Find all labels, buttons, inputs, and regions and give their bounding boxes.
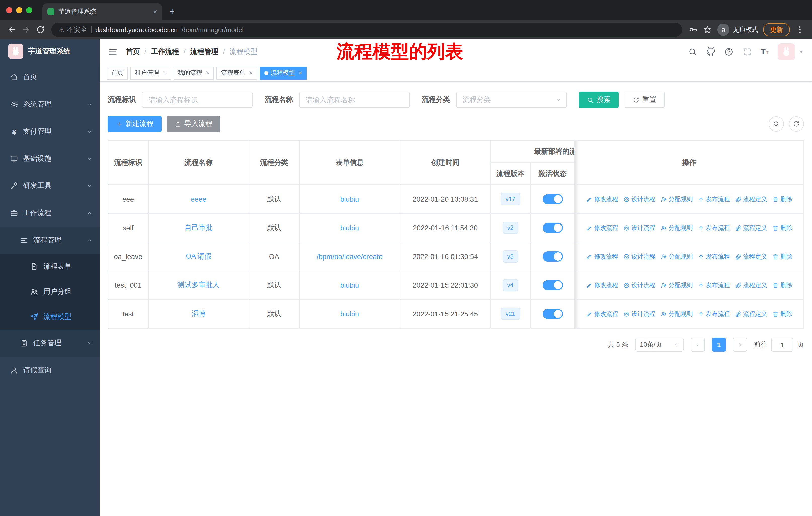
action-definition[interactable]: 流程定义 [735,281,767,290]
hamburger-icon[interactable] [108,47,118,57]
maximize-window-button[interactable] [26,7,32,13]
github-icon[interactable] [706,47,715,56]
breadcrumb-item[interactable]: 工作流程 [151,47,190,56]
action-modify[interactable]: 修改流程 [586,252,618,261]
sidebar-item-payment[interactable]: ¥ 支付管理 [0,118,100,145]
process-name-link[interactable]: 自己审批 [184,223,213,231]
toggle-search-button[interactable] [769,116,784,132]
goto-page-input[interactable] [771,337,793,352]
action-delete[interactable]: 删除 [772,281,792,290]
sidebar-item-leave-query[interactable]: 请假查询 [0,357,100,384]
action-design[interactable]: 设计流程 [623,281,656,290]
address-bar[interactable]: ⚠ 不安全 dashboard.yudao.iocoder.cn/bpm/man… [51,23,682,37]
action-definition[interactable]: 流程定义 [735,195,767,203]
action-publish[interactable]: 发布流程 [698,223,730,232]
bookmark-star-icon[interactable] [700,23,714,37]
import-process-button[interactable]: 导入流程 [167,116,221,132]
process-name-link[interactable]: eeee [191,195,206,203]
browser-tab[interactable]: 芋道管理系统 × [42,3,162,20]
process-name-link[interactable]: 滔博 [192,309,206,318]
sidebar-item-workflow[interactable]: 工作流程 [0,199,100,227]
action-assign-rule[interactable]: 分配规则 [661,310,693,318]
breadcrumb-item[interactable]: 流程管理 [190,47,230,56]
font-size-icon[interactable]: TT [761,48,769,56]
action-publish[interactable]: 发布流程 [698,195,730,203]
browser-menu-icon[interactable] [793,23,807,37]
incognito-chip[interactable]: 无痕模式 [717,24,758,36]
sidebar-item-devtools[interactable]: 研发工具 [0,172,100,199]
tag-home[interactable]: 首页 [107,66,128,79]
sidebar-item-user-group[interactable]: 用户分组 [0,279,100,304]
tag-my-process[interactable]: 我的流程 × [173,66,214,79]
process-name-link[interactable]: OA 请假 [186,252,212,260]
form-info-link[interactable]: /bpm/oa/leave/create [317,252,383,261]
process-category-select[interactable]: 流程分类 [456,92,567,108]
security-chip[interactable]: ⚠ 不安全 [58,25,87,34]
back-button[interactable] [5,23,19,37]
action-modify[interactable]: 修改流程 [586,195,618,203]
action-design[interactable]: 设计流程 [623,195,656,203]
action-assign-rule[interactable]: 分配规则 [661,281,693,290]
caret-down-icon[interactable] [799,49,804,54]
action-assign-rule[interactable]: 分配规则 [661,252,693,261]
page-size-select[interactable]: 10条/页 [635,337,684,352]
refresh-table-button[interactable] [789,116,804,132]
minimize-window-button[interactable] [16,7,22,13]
sidebar-item-process-model[interactable]: 流程模型 [0,304,100,330]
window-controls[interactable] [6,7,32,13]
process-id-input[interactable] [142,92,253,108]
status-toggle[interactable] [543,309,562,319]
close-icon[interactable]: × [206,70,209,76]
help-icon[interactable] [724,47,733,56]
action-modify[interactable]: 修改流程 [586,310,618,318]
action-assign-rule[interactable]: 分配规则 [661,195,693,203]
action-design[interactable]: 设计流程 [623,223,656,232]
close-icon[interactable]: × [163,70,166,76]
tab-close-icon[interactable]: × [153,8,157,15]
app-logo[interactable]: 芋道管理系统 [0,39,100,63]
sidebar-item-task-management[interactable]: 任务管理 [0,330,100,357]
tag-process-model[interactable]: 流程模型 × [260,66,307,79]
close-icon[interactable]: × [298,70,302,76]
sidebar-item-process-form[interactable]: 流程表单 [0,254,100,279]
status-toggle[interactable] [543,223,562,233]
action-design[interactable]: 设计流程 [623,310,656,318]
fullscreen-icon[interactable] [743,47,752,56]
action-definition[interactable]: 流程定义 [735,223,767,232]
form-info-link[interactable]: biubiu [340,195,359,203]
search-icon[interactable] [688,47,697,56]
action-publish[interactable]: 发布流程 [698,310,730,318]
action-assign-rule[interactable]: 分配规则 [661,223,693,232]
form-info-link[interactable]: biubiu [340,224,359,232]
create-process-button[interactable]: 新建流程 [108,116,162,132]
action-delete[interactable]: 删除 [772,252,792,261]
action-definition[interactable]: 流程定义 [735,310,767,318]
form-info-link[interactable]: biubiu [340,310,359,318]
action-publish[interactable]: 发布流程 [698,252,730,261]
sidebar-item-process-management[interactable]: 流程管理 [0,227,100,254]
action-definition[interactable]: 流程定义 [735,252,767,261]
avatar[interactable] [778,43,795,60]
next-page-button[interactable] [733,337,747,352]
action-modify[interactable]: 修改流程 [586,223,618,232]
breadcrumb-item[interactable]: 首页 [126,47,151,56]
prev-page-button[interactable] [691,337,705,352]
action-delete[interactable]: 删除 [772,310,792,318]
form-info-link[interactable]: biubiu [340,281,359,289]
reload-button[interactable] [33,23,47,37]
tag-process-form[interactable]: 流程表单 × [216,66,257,79]
sidebar-item-system[interactable]: 系统管理 [0,91,100,118]
process-name-link[interactable]: 测试多审批人 [177,281,220,289]
status-toggle[interactable] [543,194,562,204]
current-page-button[interactable]: 1 [712,337,726,352]
sidebar-item-home[interactable]: 首页 [0,63,100,91]
action-delete[interactable]: 删除 [772,223,792,232]
sidebar-item-infra[interactable]: 基础设施 [0,145,100,172]
search-button[interactable]: 搜索 [579,92,619,108]
status-toggle[interactable] [543,280,562,290]
tag-tenant[interactable]: 租户管理 × [130,66,171,79]
action-publish[interactable]: 发布流程 [698,281,730,290]
forward-button[interactable] [19,23,33,37]
process-name-input[interactable] [299,92,410,108]
close-window-button[interactable] [6,7,12,13]
